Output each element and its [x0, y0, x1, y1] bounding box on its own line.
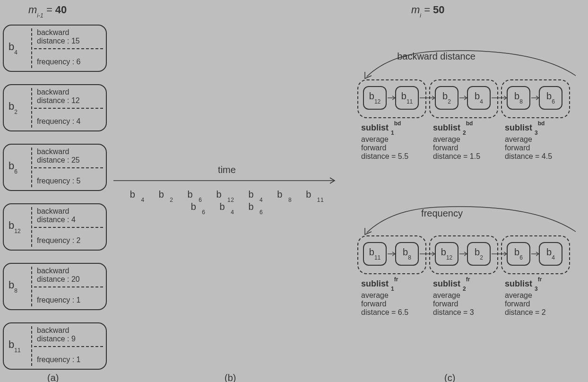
box-id: b12 [9, 219, 21, 233]
header-left-val: 40 [55, 4, 67, 16]
bd-node-0: b12 [363, 86, 387, 110]
bd-sublabel-1: sublist 1bd [361, 122, 401, 134]
bd-node-5: b6 [539, 86, 562, 110]
box-fr: frequency : 1 [37, 296, 81, 304]
box-b4: b4 backwarddistance : 15 frequency : 6 [3, 25, 107, 72]
box-id: b6 [9, 160, 17, 173]
time-label: time [118, 165, 336, 175]
bd-node-4: b8 [507, 86, 530, 110]
box-hline [34, 227, 103, 228]
fr-node-0: b11 [363, 242, 387, 266]
box-vline [31, 28, 32, 68]
header-left-m: m [28, 4, 37, 16]
fr-node-1: b8 [395, 242, 419, 266]
box-b8: b8 backwarddistance : 20 frequency : 1 [3, 263, 107, 310]
header-right-idx: i [420, 12, 421, 19]
fr-node-3: b2 [467, 242, 491, 266]
sequence: b4 b2 b6 b12 b4 b8 b11 b6 b4 b6 [118, 189, 336, 214]
panel-b: (b) [225, 373, 236, 382]
bd-avg-3: averageforwarddistance = 4.5 [505, 135, 552, 161]
bd-sublabel-3: sublist 3bd [505, 122, 545, 134]
box-bd: backwarddistance : 25 [37, 148, 80, 165]
box-bd: backwarddistance : 20 [37, 267, 80, 284]
box-hline [34, 48, 103, 49]
box-bd: backwarddistance : 4 [37, 207, 76, 224]
box-vline [31, 207, 32, 247]
box-hline [34, 286, 103, 287]
box-vline [31, 326, 32, 366]
bd-node-1: b11 [395, 86, 419, 110]
header-right-m: m [411, 4, 420, 16]
header-right-eq: = [421, 4, 433, 16]
bd-node-3: b4 [467, 86, 491, 110]
panel-a: (a) [47, 373, 59, 382]
box-hline [34, 346, 103, 347]
box-b12: b12 backwarddistance : 4 frequency : 2 [3, 203, 107, 251]
box-fr: frequency : 4 [37, 117, 81, 126]
fr-avg-1: averageforwarddistance = 6.5 [361, 291, 408, 317]
box-fr: frequency : 2 [37, 236, 81, 245]
bd-avg-1: averageforwarddistance = 5.5 [361, 135, 408, 161]
fr-node-5: b4 [539, 242, 562, 266]
bd-title: backward distance [391, 51, 481, 62]
box-b6: b6 backwarddistance : 25 frequency : 5 [3, 144, 107, 191]
box-id: b11 [9, 339, 21, 352]
box-id: b4 [9, 41, 17, 54]
time-arrow [112, 175, 339, 186]
box-vline [31, 267, 32, 306]
box-vline [31, 148, 32, 187]
fr-node-2: b12 [435, 242, 458, 266]
header-right-val: 50 [433, 4, 444, 16]
box-fr: frequency : 5 [37, 177, 81, 185]
box-id: b2 [9, 100, 17, 113]
bd-node-2: b2 [435, 86, 458, 110]
fr-sublabel-3: sublist 3fr [505, 278, 542, 290]
box-bd: backwarddistance : 12 [37, 88, 80, 105]
box-fr: frequency : 6 [37, 58, 81, 66]
box-bd: backwarddistance : 9 [37, 326, 76, 343]
box-id: b8 [9, 279, 17, 292]
fr-avg-2: averageforwarddistance = 3 [433, 291, 474, 317]
box-b2: b2 backwarddistance : 12 frequency : 4 [3, 84, 107, 131]
fr-sublabel-2: sublist 2fr [433, 278, 470, 290]
box-b11: b11 backwarddistance : 9 frequency : 1 [3, 322, 107, 370]
header-left: mi-1 = 40 [28, 4, 67, 17]
box-bd: backwarddistance : 15 [37, 28, 80, 45]
fr-node-4: b6 [507, 242, 530, 266]
fr-sublabel-1: sublist 1fr [361, 278, 398, 290]
fr-avg-3: averageforwarddistance = 2 [505, 291, 546, 317]
box-hline [34, 167, 103, 168]
header-left-eq: = [43, 4, 55, 16]
bd-avg-2: averageforwarddistance = 1.5 [433, 135, 480, 161]
panel-c: (c) [444, 373, 455, 382]
bd-sublabel-2: sublist 2bd [433, 122, 473, 134]
box-vline [31, 88, 32, 128]
box-hline [34, 108, 103, 109]
box-fr: frequency : 1 [37, 356, 81, 364]
header-right: mi = 50 [411, 4, 445, 17]
header-left-idx: i-1 [37, 12, 43, 19]
fr-title: frequency [406, 208, 477, 219]
